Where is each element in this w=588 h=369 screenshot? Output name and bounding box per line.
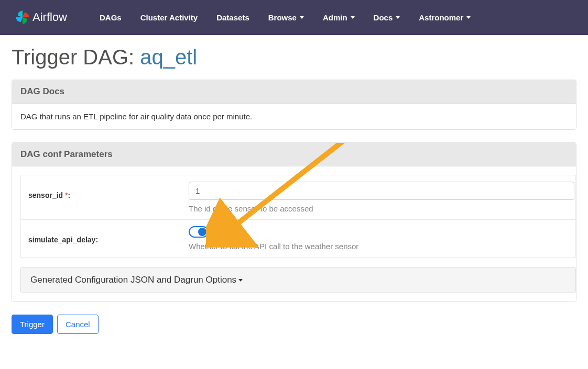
page-title: Trigger DAG: aq_etl (12, 46, 576, 69)
pinwheel-icon (15, 9, 30, 25)
chevron-down-icon (466, 16, 471, 19)
dag-docs-panel: DAG Docs DAG that runs an ETL pipeline f… (12, 80, 576, 130)
action-buttons: Trigger Cancel (12, 315, 576, 334)
cancel-button[interactable]: Cancel (57, 315, 99, 334)
airflow-logo[interactable]: Airflow (15, 9, 67, 25)
dag-docs-heading: DAG Docs (12, 80, 576, 104)
dag-conf-heading: DAG conf Parameters (12, 143, 576, 166)
sensor-id-input[interactable] (189, 182, 574, 200)
nav-datasets[interactable]: Datasets (207, 8, 259, 27)
generated-config-collapse[interactable]: Generated Configuration JSON and Dagrun … (20, 267, 576, 293)
nav-astronomer[interactable]: Astronomer (409, 8, 480, 27)
param-row-simulate-api-delay: simulate_api_delay: Whether to fail the … (20, 220, 576, 258)
nav-admin[interactable]: Admin (313, 8, 364, 27)
chevron-down-icon (396, 16, 400, 19)
brand-text: Airflow (32, 10, 67, 24)
chevron-down-icon (238, 279, 243, 282)
toggle-knob (198, 228, 206, 236)
dag-name: aq_etl (140, 46, 197, 69)
simulate-api-delay-label: simulate_api_delay: (21, 220, 188, 257)
simulate-api-delay-help: Whether to fail the API call to the weat… (189, 242, 574, 251)
sensor-id-help: The id of the sensor to be accessed (189, 204, 574, 213)
nav-docs[interactable]: Docs (364, 8, 410, 27)
dag-docs-body: DAG that runs an ETL pipeline for air qu… (12, 104, 576, 129)
nav-items: DAGs Cluster Activity Datasets Browse Ad… (90, 8, 480, 27)
top-navbar: Airflow DAGs Cluster Activity Datasets B… (0, 0, 588, 35)
simulate-api-delay-toggle[interactable] (189, 226, 209, 238)
nav-cluster-activity[interactable]: Cluster Activity (131, 8, 207, 27)
param-row-sensor-id: sensor_id *: The id of the sensor to be … (20, 175, 576, 220)
sensor-id-label: sensor_id *: (21, 175, 188, 219)
dag-conf-panel: DAG conf Parameters sensor_id *: The id … (12, 142, 576, 302)
chevron-down-icon (300, 16, 304, 19)
nav-browse[interactable]: Browse (259, 8, 313, 27)
trigger-button[interactable]: Trigger (12, 315, 53, 334)
chevron-down-icon (351, 16, 355, 19)
nav-dags[interactable]: DAGs (90, 8, 131, 27)
